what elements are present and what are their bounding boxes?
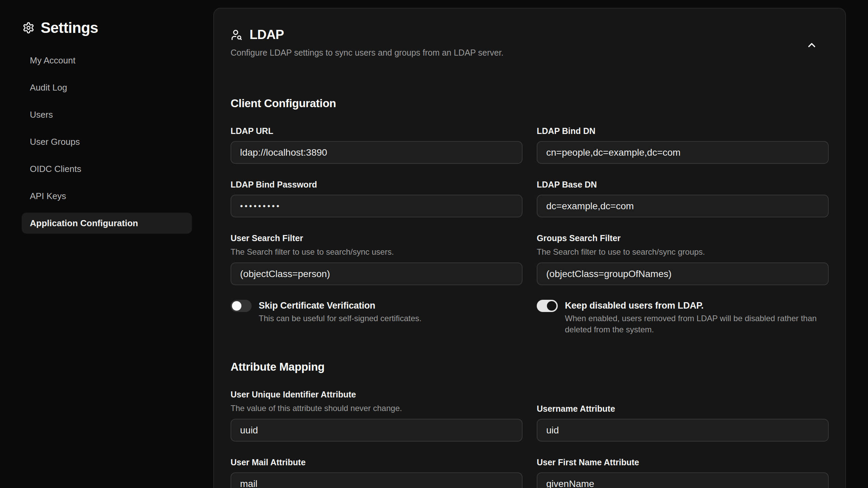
ldap-bind-password-label: LDAP Bind Password: [231, 179, 522, 190]
user-unique-identifier-attribute-input[interactable]: [231, 419, 522, 442]
ldap-base-dn-label: LDAP Base DN: [537, 179, 829, 190]
ldap-section-description: Configure LDAP settings to sync users an…: [231, 47, 829, 59]
field-ldap-bind-password: LDAP Bind Password: [231, 179, 522, 217]
user-mail-attribute-label: User Mail Attribute: [231, 457, 522, 467]
user-first-name-attribute-label: User First Name Attribute: [537, 457, 829, 467]
sidebar-item-audit-log[interactable]: Audit Log: [22, 77, 192, 98]
ldap-bind-dn-input[interactable]: [537, 141, 829, 164]
field-ldap-base-dn: LDAP Base DN: [537, 179, 829, 217]
user-search-filter-helper: The Search filter to use to search/sync …: [231, 246, 522, 257]
attribute-mapping-heading: Attribute Mapping: [231, 360, 829, 374]
ldap-url-input[interactable]: [231, 141, 522, 164]
form-row: LDAP URL LDAP Bind DN: [231, 126, 829, 164]
form-row: User Search Filter The Search filter to …: [231, 233, 829, 285]
settings-nav: My Account Audit Log Users User Groups O…: [22, 50, 213, 234]
skip-certificate-verification-switch[interactable]: [231, 300, 252, 312]
user-search-icon: [231, 29, 243, 41]
form-row: LDAP Bind Password LDAP Base DN: [231, 179, 829, 217]
settings-header: Settings: [22, 19, 213, 36]
settings-sidebar: Settings My Account Audit Log Users User…: [0, 0, 213, 488]
ldap-section-title: LDAP: [250, 27, 284, 42]
field-username-attribute: Username Attribute: [537, 404, 829, 442]
toggle-skip-certificate-verification: Skip Certificate Verification This can b…: [231, 299, 522, 324]
ldap-bind-dn-label: LDAP Bind DN: [537, 126, 829, 136]
keep-disabled-users-switch[interactable]: [537, 300, 558, 312]
keep-disabled-users-label: Keep disabled users from LDAP.: [565, 299, 829, 312]
page-title: Settings: [41, 19, 98, 36]
groups-search-filter-helper: The Search filter to use to search/sync …: [537, 246, 829, 257]
user-unique-identifier-attribute-label: User Unique Identifier Attribute: [231, 389, 522, 399]
user-search-filter-input[interactable]: [231, 262, 522, 285]
switch-knob: [232, 301, 241, 311]
form-row: User Unique Identifier Attribute The val…: [231, 389, 829, 442]
field-user-search-filter: User Search Filter The Search filter to …: [231, 233, 522, 285]
sidebar-item-user-groups[interactable]: User Groups: [22, 131, 192, 152]
sidebar-item-users[interactable]: Users: [22, 104, 192, 125]
field-user-mail-attribute: User Mail Attribute: [231, 457, 522, 488]
toggle-keep-disabled-users: Keep disabled users from LDAP. When enab…: [537, 299, 829, 335]
username-attribute-label: Username Attribute: [537, 404, 829, 414]
sidebar-item-my-account[interactable]: My Account: [22, 50, 192, 71]
sidebar-item-application-configuration[interactable]: Application Configuration: [22, 213, 192, 234]
field-user-unique-identifier-attribute: User Unique Identifier Attribute The val…: [231, 389, 522, 442]
field-user-first-name-attribute: User First Name Attribute: [537, 457, 829, 488]
ldap-settings-card: LDAP Configure LDAP settings to sync use…: [213, 8, 846, 488]
skip-certificate-verification-helper: This can be useful for self-signed certi…: [259, 313, 421, 324]
user-search-filter-label: User Search Filter: [231, 233, 522, 243]
collapse-button[interactable]: [804, 37, 820, 53]
sidebar-item-oidc-clients[interactable]: OIDC Clients: [22, 158, 192, 179]
gear-icon: [22, 22, 35, 34]
skip-certificate-verification-label: Skip Certificate Verification: [259, 299, 421, 312]
chevron-up-icon: [806, 39, 817, 51]
client-configuration-heading: Client Configuration: [231, 97, 829, 110]
user-mail-attribute-input[interactable]: [231, 472, 522, 488]
ldap-card-header: LDAP Configure LDAP settings to sync use…: [231, 27, 829, 59]
ldap-url-label: LDAP URL: [231, 126, 522, 136]
user-unique-identifier-attribute-helper: The value of this attribute should never…: [231, 403, 522, 414]
field-ldap-bind-dn: LDAP Bind DN: [537, 126, 829, 164]
groups-search-filter-input[interactable]: [537, 262, 829, 285]
switch-knob: [547, 301, 556, 311]
sidebar-item-api-keys[interactable]: API Keys: [22, 186, 192, 207]
username-attribute-input[interactable]: [537, 419, 829, 442]
ldap-bind-password-input[interactable]: [231, 195, 522, 217]
keep-disabled-users-helper: When enabled, users removed from LDAP wi…: [565, 313, 829, 335]
groups-search-filter-label: Groups Search Filter: [537, 233, 829, 243]
field-groups-search-filter: Groups Search Filter The Search filter t…: [537, 233, 829, 285]
ldap-base-dn-input[interactable]: [537, 195, 829, 217]
user-first-name-attribute-input[interactable]: [537, 472, 829, 488]
form-row-toggles: Skip Certificate Verification This can b…: [231, 299, 829, 335]
form-row: User Mail Attribute User First Name Attr…: [231, 457, 829, 488]
field-ldap-url: LDAP URL: [231, 126, 522, 164]
